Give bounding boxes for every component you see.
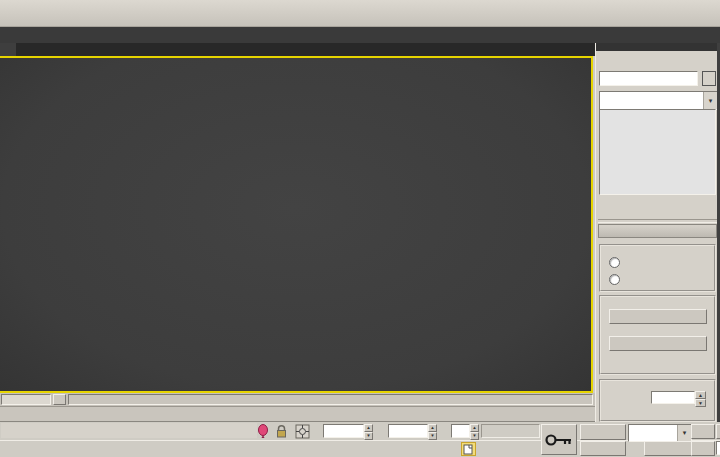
modifier-list-dropdown[interactable]: ▾: [599, 91, 718, 110]
chevron-down-icon[interactable]: ▾: [677, 425, 691, 441]
selection-lock-icon[interactable]: [275, 424, 288, 439]
chevron-down-icon[interactable]: ▾: [703, 92, 717, 109]
z-coordinate-field[interactable]: [451, 424, 470, 438]
previous-frame-button[interactable]: [716, 424, 720, 439]
scene-3d: [0, 58, 591, 391]
time-slider-track[interactable]: [68, 394, 593, 405]
ribbon-panel-row: [0, 43, 595, 56]
pin-height-field[interactable]: [651, 391, 695, 404]
object-color-swatch[interactable]: [702, 71, 716, 86]
isolate-selection-icon[interactable]: [256, 424, 270, 439]
object-name-field[interactable]: [599, 71, 698, 86]
key-mode-dropdown[interactable]: ▾: [628, 424, 692, 442]
main-toolbar: [0, 0, 720, 27]
binding-objects-group: [599, 295, 716, 375]
current-frame-field[interactable]: [716, 441, 720, 455]
3ds-max-window: ▾: [0, 0, 720, 457]
pick-piston-button[interactable]: [609, 309, 707, 324]
perspective-viewport[interactable]: [0, 56, 593, 393]
key-filter-curve-icon[interactable]: [628, 441, 642, 456]
grid-size-display: [481, 424, 540, 438]
z-spinner[interactable]: ▲▼: [470, 424, 479, 438]
rollout-damper-parameters[interactable]: [598, 224, 717, 238]
selection-status: [1, 423, 257, 438]
key-icon: [544, 432, 574, 448]
track-bar[interactable]: [0, 407, 595, 422]
command-panel: ▾: [595, 43, 720, 422]
x-coordinate-field[interactable]: [323, 424, 364, 438]
radio-bound-pivots[interactable]: [609, 274, 714, 285]
x-spinner[interactable]: ▲▼: [364, 424, 373, 438]
radio-free-damper[interactable]: [609, 257, 714, 268]
time-slider-value[interactable]: [1, 394, 51, 405]
modifier-stack[interactable]: [599, 109, 716, 195]
radio-icon[interactable]: [609, 257, 620, 268]
panel-divider: [598, 219, 717, 223]
time-slider-row: [0, 393, 595, 407]
pin-height-spinner[interactable]: ▲▼: [695, 391, 706, 404]
ribbon-tab-bar: [0, 27, 720, 43]
tab-brush-settings[interactable]: [0, 43, 16, 56]
set-keys-button[interactable]: [541, 424, 577, 455]
y-coordinate-field[interactable]: [388, 424, 428, 438]
panel-top-strip: [596, 43, 720, 51]
end-point-method-group: [599, 244, 716, 292]
time-tag-icon[interactable]: [461, 442, 476, 456]
auto-key-button[interactable]: [580, 424, 626, 440]
radio-icon[interactable]: [609, 274, 620, 285]
next-frame-button[interactable]: [53, 394, 66, 405]
pick-base-button[interactable]: [609, 336, 707, 351]
free-damper-parameters-group: ▲▼: [599, 379, 716, 422]
next-frame-playback-button[interactable]: [691, 441, 715, 456]
go-to-start-button[interactable]: [691, 424, 715, 439]
absolute-relative-coords-icon[interactable]: [295, 424, 310, 439]
y-spinner[interactable]: ▲▼: [428, 424, 437, 438]
set-key-button[interactable]: [580, 441, 626, 456]
